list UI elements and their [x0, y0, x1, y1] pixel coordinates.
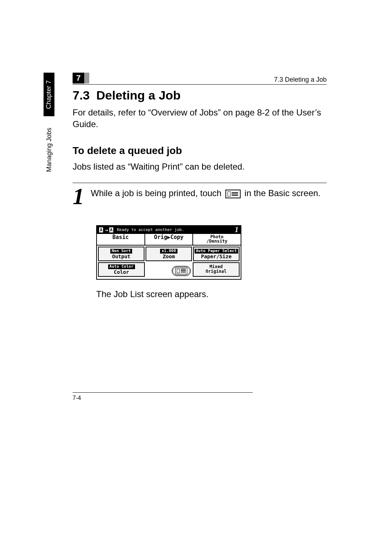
step-number: 1 [73, 186, 84, 207]
page-footer: 7-4 [73, 392, 253, 401]
page-content: 7 7.3 Deleting a Job 7.3 Deleting a Job … [73, 73, 327, 299]
chapter-number-badge: 7 [73, 73, 84, 84]
job-list-icon [225, 190, 241, 198]
auto-color-indicator: Auto Color [108, 264, 135, 269]
section-title: Deleting a Job [96, 88, 180, 102]
step-text-before: While a job is being printed, touch [91, 188, 221, 198]
section-number: 7.3 [73, 88, 90, 102]
running-head: 7.3 Deleting a Job [274, 76, 327, 84]
tab-basic[interactable]: Basic [97, 234, 145, 245]
tab-photo-density[interactable]: Photo /Density [193, 234, 241, 245]
auto-paper-indicator: Auto Paper Select [195, 249, 238, 254]
side-margin: Chapter 7 Managing Jobs [42, 73, 56, 167]
step-text-after: in the Basic screen. [245, 188, 320, 198]
mode-badge-right: A [109, 227, 113, 232]
page-number: 7-4 [73, 395, 81, 401]
btn-color[interactable]: Auto Color Color [98, 262, 145, 277]
lcd-copy-count: 1 [235, 226, 238, 234]
btn-output[interactable]: Non Sort Output [98, 247, 144, 261]
btn-paper-size[interactable]: Auto Paper Select Paper/Size [193, 247, 240, 261]
lcd-body: Non Sort Output x1.000 Zoom Auto Paper S… [97, 246, 241, 279]
chapter-label: Chapter 7 [45, 80, 53, 109]
section-heading: 7.3 Deleting a Job [73, 88, 327, 102]
zoom-value: x1.000 [160, 249, 177, 254]
non-sort-indicator: Non Sort [110, 249, 132, 254]
subsection-heading: To delete a queued job [73, 145, 327, 157]
btn-zoom[interactable]: x1.000 Zoom [146, 247, 192, 261]
tab-orig-copy[interactable]: Orig▶Copy [145, 234, 193, 245]
step-text: While a job is being printed, touch in t… [91, 186, 327, 199]
subsection-intro: Jobs listed as “Waiting Print” can be de… [73, 161, 327, 173]
step-result: The Job List screen appears. [96, 289, 327, 299]
lcd-tabs: Basic Orig▶Copy Photo /Density [97, 234, 241, 246]
lcd-status-message: Ready to accept another job. [117, 227, 235, 232]
btn-job-list[interactable] [172, 266, 191, 276]
printer-lcd-screenshot: A → A Ready to accept another job. 1 Bas… [96, 225, 241, 280]
section-intro: For details, refer to “Overview of Jobs”… [73, 107, 327, 130]
lcd-status-bar: A → A Ready to accept another job. 1 [97, 226, 241, 234]
side-section-label: Managing Jobs [45, 127, 53, 172]
job-list-icon [175, 268, 187, 274]
mode-badge-left: A [99, 227, 103, 232]
arrow-right-icon: → [105, 227, 108, 233]
step-1: 1 While a job is being printed, touch in… [73, 183, 327, 207]
chapter-badge: Chapter 7 [44, 73, 54, 116]
btn-mixed-original[interactable]: Mixed Original [193, 262, 240, 277]
page-header: 7 7.3 Deleting a Job [73, 73, 327, 85]
